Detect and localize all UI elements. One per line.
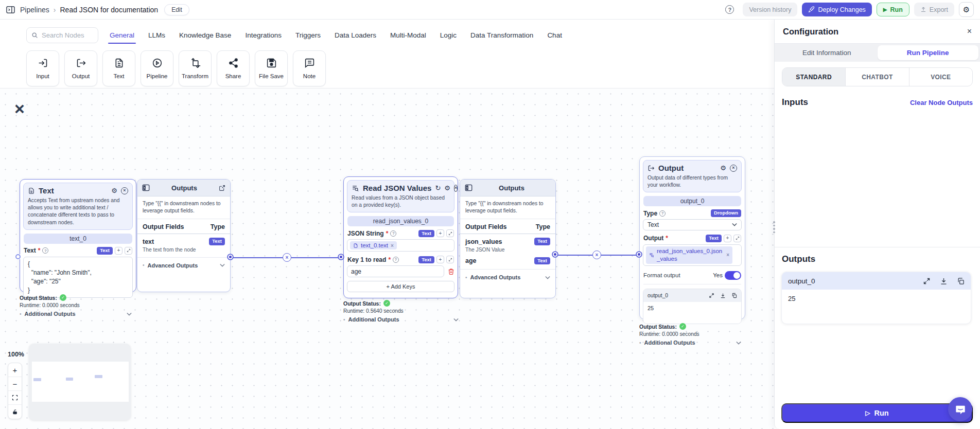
node-card-text[interactable]: Text — [102, 50, 135, 86]
mode-voice[interactable]: VOICE — [909, 68, 972, 86]
output-value-input[interactable]: read_json_values_0.json_values × — [643, 244, 742, 266]
add-variable-icon[interactable]: + — [436, 256, 444, 263]
panel-resize-handle[interactable] — [773, 221, 775, 233]
tab-multi-modal[interactable]: Multi-Modal — [390, 31, 426, 39]
text-field-value[interactable]: { "name": "John Smith", "age": "25" } — [23, 257, 133, 298]
node-card-pipeline[interactable]: Pipeline — [141, 50, 173, 86]
json-string-input[interactable]: text_0.text × — [347, 239, 454, 252]
type-select[interactable]: Text — [643, 219, 742, 230]
copy-icon[interactable] — [731, 293, 737, 298]
help-icon[interactable]: ? — [393, 257, 399, 263]
tab-run-pipeline[interactable]: Run Pipeline — [878, 45, 979, 60]
sidebar-toggle-icon[interactable] — [6, 6, 15, 14]
chevron-down-icon[interactable] — [220, 263, 225, 267]
node-card-input[interactable]: Input — [26, 50, 59, 86]
expand-icon[interactable] — [446, 229, 454, 237]
node-settings-icon[interactable]: ⚙ — [111, 187, 117, 194]
lock-button[interactable] — [8, 405, 22, 419]
breadcrumb-section[interactable]: Pipelines — [20, 6, 49, 14]
tab-llms[interactable]: LLMs — [148, 31, 165, 39]
copy-icon[interactable] — [957, 277, 965, 285]
expand-icon[interactable] — [709, 293, 714, 298]
add-variable-icon[interactable]: + — [115, 247, 122, 255]
panel-collapse-icon[interactable] — [465, 184, 472, 191]
type-badge[interactable]: Text — [97, 247, 113, 254]
chevron-down-icon[interactable] — [453, 318, 459, 321]
tab-triggers[interactable]: Triggers — [295, 31, 321, 39]
clear-node-outputs-link[interactable]: Clear Node Outputs — [910, 99, 973, 106]
edge-delete-button[interactable]: × — [592, 251, 601, 259]
settings-gear-button[interactable]: ⚙ — [959, 2, 974, 17]
expand-icon[interactable] — [923, 277, 931, 285]
edge-delete-button[interactable]: × — [283, 253, 291, 262]
node-settings-icon[interactable]: ⚙ — [720, 165, 726, 171]
text-outputs-panel[interactable]: Outputs Type "{{" in downstream nodes to… — [137, 179, 231, 292]
zoom-out-button[interactable]: − — [8, 377, 22, 391]
tab-chat[interactable]: Chat — [547, 31, 562, 39]
read-json-values-node[interactable]: Read JSON Values ↻ ⚙ × Read values from … — [343, 176, 458, 298]
help-icon[interactable]: ? — [725, 5, 734, 14]
chevron-down-icon[interactable] — [736, 341, 741, 345]
mode-standard[interactable]: STANDARD — [782, 68, 846, 86]
search-nodes-box[interactable] — [26, 27, 98, 43]
key-input[interactable]: age — [347, 265, 444, 277]
node-card-file-save[interactable]: File Save — [255, 50, 288, 86]
tab-knowledge-base[interactable]: Knowledge Base — [179, 31, 231, 39]
node-card-output[interactable]: Output — [64, 50, 97, 86]
variable-chip[interactable]: text_0.text × — [350, 241, 397, 249]
edit-title-button[interactable]: Edit — [164, 4, 189, 15]
panel-collapse-icon[interactable] — [142, 184, 150, 191]
output-field-name[interactable]: age — [465, 257, 477, 264]
refresh-icon[interactable]: ↻ — [435, 185, 441, 191]
canvas[interactable]: × × × Text ⚙ × Accepts Text from upstrea… — [0, 88, 774, 429]
type-badge[interactable]: Text — [706, 235, 722, 242]
node-close-icon[interactable]: × — [121, 187, 128, 194]
node-close-icon[interactable]: × — [730, 165, 737, 172]
type-badge[interactable]: Text — [418, 256, 434, 263]
node-settings-icon[interactable]: ⚙ — [444, 185, 450, 191]
outputs2-source-handle[interactable] — [553, 252, 557, 257]
output-field-name[interactable]: json_values — [465, 238, 502, 245]
add-variable-icon[interactable]: + — [436, 229, 444, 237]
download-icon[interactable] — [720, 293, 726, 298]
download-icon[interactable] — [940, 277, 948, 285]
mode-chatbot[interactable]: CHATBOT — [846, 68, 909, 86]
chip-remove-icon[interactable]: × — [391, 243, 394, 248]
node-card-note[interactable]: Note — [293, 50, 326, 86]
search-input[interactable] — [42, 31, 93, 39]
tab-data-transformation[interactable]: Data Transformation — [470, 31, 533, 39]
tab-data-loaders[interactable]: Data Loaders — [335, 31, 376, 39]
deploy-changes-button[interactable]: Deploy Changes — [802, 3, 871, 16]
chat-widget-button[interactable] — [948, 397, 972, 421]
tab-logic[interactable]: Logic — [440, 31, 457, 39]
tab-general[interactable]: General — [110, 31, 134, 39]
node-card-transform[interactable]: Transform — [179, 50, 212, 86]
outputs1-source-handle[interactable] — [228, 255, 233, 259]
close-icon[interactable]: × — [967, 27, 972, 36]
run-button-topbar[interactable]: ▶ Run — [877, 3, 909, 16]
run-pipeline-button[interactable]: ▷ Run — [781, 403, 973, 423]
zoom-in-button[interactable]: + — [8, 363, 22, 377]
variable-chip[interactable]: read_json_values_0.json_values × — [646, 246, 732, 264]
readjson-target-handle[interactable] — [339, 255, 343, 259]
chip-remove-icon[interactable]: × — [726, 252, 729, 258]
export-button[interactable]: Export — [914, 3, 954, 16]
format-output-toggle[interactable] — [725, 271, 741, 280]
type-badge[interactable]: Text — [418, 230, 434, 237]
expand-icon[interactable] — [446, 256, 454, 263]
help-icon[interactable]: ? — [390, 230, 396, 237]
fit-view-button[interactable] — [8, 391, 22, 405]
text-node-input-handle[interactable] — [15, 254, 21, 259]
canvas-close-icon[interactable]: × — [14, 100, 25, 117]
read-json-outputs-panel[interactable]: Outputs Type "{{" in downstream nodes to… — [460, 179, 556, 298]
help-icon[interactable]: ? — [659, 210, 666, 217]
expand-icon[interactable] — [733, 235, 741, 242]
version-history-button[interactable]: Version history — [743, 3, 797, 16]
text-node[interactable]: Text ⚙ × Accepts Text from upstream node… — [20, 179, 136, 292]
node-close-icon[interactable]: × — [454, 185, 458, 192]
node-card-share[interactable]: Share — [217, 50, 250, 86]
minimap[interactable] — [29, 344, 131, 420]
output-field-name[interactable]: text — [143, 238, 154, 245]
expand-icon[interactable] — [125, 247, 132, 255]
chevron-down-icon[interactable] — [545, 276, 550, 279]
